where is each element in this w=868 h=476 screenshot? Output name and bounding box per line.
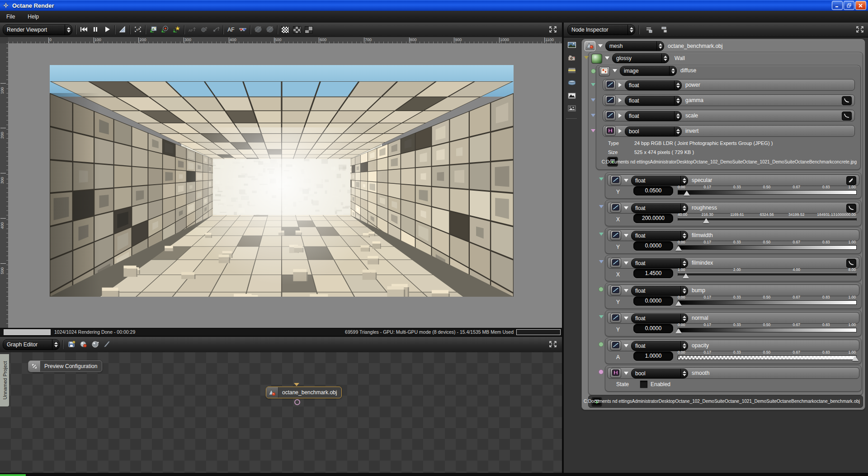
filmindex-value-field[interactable]: 1.4500 [633, 269, 673, 278]
material-ball-button[interactable] [78, 339, 90, 350]
selector-spinner-icon[interactable] [669, 66, 676, 75]
normal-type-selector[interactable]: float [631, 313, 688, 323]
gamma-row[interactable]: floatgamma [603, 94, 855, 106]
invert-row[interactable]: boolinvert [603, 125, 855, 137]
float-node-icon[interactable] [605, 111, 616, 121]
float-node-icon[interactable] [610, 341, 621, 350]
filmindex-slider-handle[interactable] [683, 273, 689, 278]
mesh-type-selector[interactable]: mesh [605, 41, 664, 51]
selector-spinner-icon[interactable] [680, 341, 688, 350]
roughness-slider-handle[interactable] [703, 218, 709, 223]
roughness-type-selector[interactable]: float [631, 203, 688, 213]
node-inspector-selector[interactable]: Node Inspector [567, 24, 635, 35]
float-node-icon[interactable] [610, 313, 621, 323]
play-button[interactable] [101, 24, 113, 35]
float-node-icon[interactable] [610, 203, 621, 213]
selector-spinner-icon[interactable] [52, 340, 59, 350]
roughness-expander-icon[interactable] [624, 206, 628, 210]
film-strip-tab[interactable] [566, 79, 577, 89]
power-expander-icon[interactable] [618, 83, 622, 87]
power-row[interactable]: floatpower [603, 79, 855, 91]
selector-spinner-icon[interactable] [680, 286, 688, 295]
camera-tab[interactable] [566, 53, 577, 63]
specular-slider-handle[interactable] [684, 191, 690, 196]
mesh-node-input-pin[interactable] [294, 383, 299, 386]
project-tab[interactable]: Unnamed Project [0, 354, 9, 406]
graph-editor-selector[interactable]: Graph Editor [3, 339, 60, 350]
selector-spinner-icon[interactable] [674, 127, 681, 136]
mesh-node-output-pin[interactable] [294, 399, 300, 405]
render-sphere-button[interactable] [90, 339, 101, 350]
checker-fine-button[interactable] [279, 24, 291, 35]
specular-expander-icon[interactable] [624, 179, 628, 182]
bump-expander-icon[interactable] [624, 289, 628, 292]
minimize-button[interactable] [832, 1, 843, 10]
collapse-panels-button[interactable] [643, 24, 655, 35]
curve-toggle-button[interactable] [846, 259, 856, 268]
stack-panels-button[interactable] [659, 24, 670, 35]
restore-button[interactable] [844, 1, 854, 10]
af-ring-button[interactable] [198, 24, 210, 35]
filmwidth-slider[interactable] [678, 245, 857, 250]
selector-spinner-icon[interactable] [680, 314, 688, 323]
stereo-button[interactable] [237, 24, 249, 35]
selector-spinner-icon[interactable] [627, 25, 635, 35]
selector-spinner-icon[interactable] [65, 25, 72, 35]
opacity-slider[interactable] [678, 355, 857, 360]
smooth-checkbox[interactable] [640, 380, 648, 388]
image-output-tab[interactable] [566, 41, 577, 51]
preview-configuration-node[interactable]: Preview Configuration [28, 360, 102, 372]
filmwidth-slider-handle[interactable] [675, 246, 682, 251]
render-viewport[interactable] [8, 43, 562, 328]
glossy-material-icon[interactable] [591, 54, 602, 64]
normal-slider-handle[interactable] [675, 328, 682, 333]
scale-type-selector[interactable]: float [625, 111, 682, 121]
smooth-row[interactable]: boolsmooth [607, 367, 859, 379]
curve-toggle-button[interactable] [842, 112, 852, 121]
roughness-value-field[interactable]: 200.0000 [633, 214, 673, 223]
scale-row[interactable]: floatscale [603, 110, 855, 121]
invert-type-selector[interactable]: bool [625, 126, 682, 136]
mesh-node-icon[interactable] [585, 41, 595, 51]
bump-type-selector[interactable]: float [631, 286, 688, 296]
lens-shift-right-button[interactable] [264, 24, 276, 35]
smooth-type-selector[interactable]: bool [631, 369, 688, 378]
power-type-selector[interactable]: float [625, 80, 682, 90]
filmwidth-type-selector[interactable]: float [631, 231, 688, 241]
graph-editor-expand-icon[interactable] [548, 340, 557, 350]
bool-node-icon[interactable] [610, 368, 621, 378]
opacity-type-selector[interactable]: float [631, 341, 688, 351]
node-inspector-expand-icon[interactable] [855, 25, 864, 35]
af-button-button[interactable]: AF [225, 24, 237, 35]
normal-expander-icon[interactable] [624, 317, 628, 320]
selector-spinner-icon[interactable] [674, 96, 681, 105]
image-expander-icon[interactable] [613, 69, 617, 72]
float-node-icon[interactable] [605, 95, 616, 105]
pause-button[interactable] [90, 24, 101, 35]
normal-value-field[interactable]: 0.0000 [633, 324, 673, 333]
curve-toggle-button[interactable] [842, 96, 852, 105]
image-type-selector[interactable]: image [620, 66, 677, 76]
render-image[interactable] [50, 65, 514, 297]
environment-tab[interactable] [566, 66, 577, 76]
specular-type-selector[interactable]: float [631, 176, 688, 186]
menu-file[interactable]: File [0, 14, 21, 20]
save-image-button[interactable] [147, 24, 159, 35]
scale-expander-icon[interactable] [618, 113, 622, 118]
gamma-expander-icon[interactable] [618, 98, 622, 103]
float-node-icon[interactable] [610, 258, 621, 268]
bool-node-icon[interactable] [605, 126, 616, 136]
curve-toggle-button[interactable] [846, 204, 856, 213]
viewport-expand-icon[interactable] [548, 25, 557, 35]
octane-benchmark-node[interactable]: octane_benchmark.obj [266, 387, 342, 398]
gamma-type-selector[interactable]: float [625, 96, 682, 106]
selector-spinner-icon[interactable] [661, 54, 669, 63]
glossy-type-selector[interactable]: glossy [612, 53, 669, 63]
filmwidth-value-field[interactable]: 0.0000 [633, 241, 673, 251]
bump-slider[interactable] [678, 300, 857, 305]
af-picker-button[interactable] [210, 24, 222, 35]
viewport-selector[interactable]: Render Viewport [3, 24, 72, 35]
opacity-value-field[interactable]: 1.0000 [633, 351, 673, 361]
filmindex-expander-icon[interactable] [624, 261, 628, 265]
filmindex-type-selector[interactable]: float [631, 258, 688, 268]
